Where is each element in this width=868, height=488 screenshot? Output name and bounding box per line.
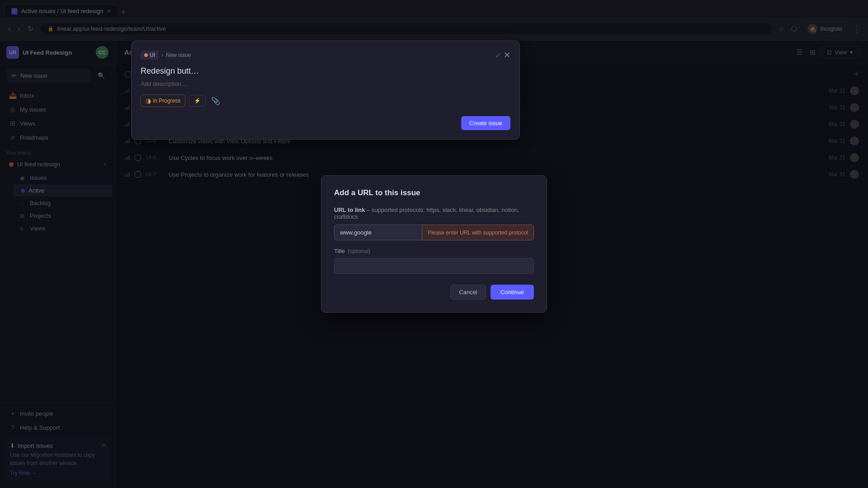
- url-label: URL to link – supported protocols: https…: [334, 206, 534, 220]
- breadcrumb-team[interactable]: UI: [141, 51, 159, 60]
- priority-tag[interactable]: ⚡: [189, 95, 206, 107]
- issue-desc-placeholder: Add description…: [141, 80, 510, 87]
- team-dot-icon: [144, 53, 148, 57]
- priority-icon: ⚡: [194, 98, 201, 104]
- url-error-message: Please enter URL with supported protocol: [422, 225, 534, 240]
- title-optional-text: (optional): [348, 248, 370, 254]
- title-input[interactable]: [334, 258, 534, 274]
- panel-footer: Create issue: [141, 116, 510, 130]
- breadcrumb-team-label: UI: [150, 52, 155, 58]
- attach-button[interactable]: 📎: [209, 95, 222, 107]
- create-issue-button[interactable]: Create issue: [461, 116, 510, 130]
- in-progress-icon: ◑: [146, 97, 151, 104]
- url-modal: Add a URL to this issue URL to link – su…: [321, 175, 547, 313]
- cancel-button[interactable]: Cancel: [450, 285, 486, 300]
- status-tag[interactable]: ◑ In Progress: [141, 94, 185, 107]
- breadcrumb-page: New issue: [166, 52, 191, 58]
- panel-breadcrumb: UI › New issue ⤢ ✕: [141, 50, 510, 60]
- url-label-main: URL to link: [334, 206, 365, 213]
- continue-button[interactable]: Continue: [491, 285, 534, 300]
- issue-title-input[interactable]: [141, 66, 510, 76]
- paperclip-icon: 📎: [211, 97, 220, 105]
- status-label: In Progress: [153, 98, 180, 104]
- breadcrumb-separator: ›: [161, 52, 163, 58]
- modal-actions: Cancel Continue: [334, 285, 534, 300]
- title-label-text: Title: [334, 248, 345, 254]
- title-field-label: Title (optional): [334, 248, 534, 254]
- new-issue-panel: UI › New issue ⤢ ✕ Add description… ◑ In…: [131, 41, 520, 140]
- url-input[interactable]: [334, 225, 422, 240]
- modal-title: Add a URL to this issue: [334, 188, 534, 197]
- close-panel-button[interactable]: ✕: [504, 50, 510, 60]
- panel-toolbar: ◑ In Progress ⚡ 📎: [141, 94, 510, 107]
- url-input-row: Please enter URL with supported protocol: [334, 225, 534, 240]
- expand-panel-button[interactable]: ⤢: [495, 52, 501, 59]
